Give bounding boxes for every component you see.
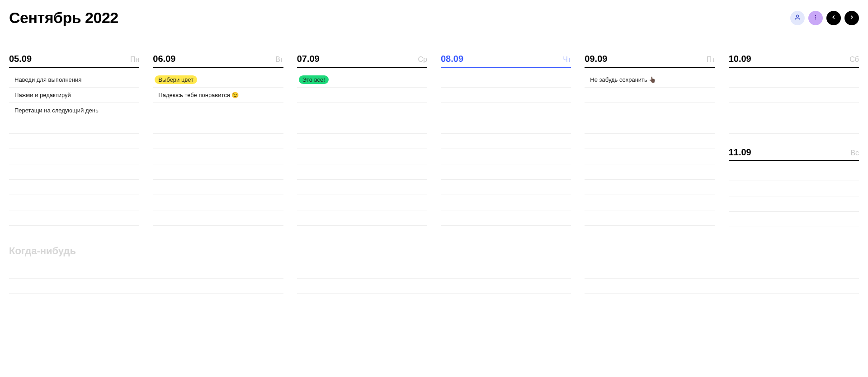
more-button[interactable] [808, 11, 823, 25]
task-slot[interactable] [729, 72, 859, 88]
task-text[interactable]: Не забудь сохранить 👆🏿 [586, 75, 660, 84]
task-slots [441, 72, 571, 226]
next-week-button[interactable] [844, 11, 859, 25]
task-slot[interactable] [585, 103, 715, 118]
task-slot[interactable] [729, 88, 859, 103]
task-slot[interactable] [585, 195, 715, 210]
task-slot[interactable] [297, 88, 427, 103]
chevron-left-icon [830, 14, 837, 22]
task-slot[interactable] [9, 195, 139, 210]
task-slot[interactable] [441, 149, 571, 164]
task-text[interactable]: Перетащи на следующий день [11, 106, 102, 115]
task-slot[interactable] [729, 118, 859, 134]
task-slot[interactable] [9, 134, 139, 149]
task-slot[interactable] [729, 166, 859, 181]
task-slot[interactable] [297, 134, 427, 149]
task-slot[interactable] [585, 180, 715, 195]
day-header: 07.09Ср [297, 54, 427, 68]
someday-slot[interactable] [297, 279, 571, 294]
task-slot[interactable]: Наведи для выполнения [9, 72, 139, 88]
day-of-week: Пн [130, 56, 139, 64]
task-slot[interactable] [297, 195, 427, 210]
task-slot[interactable]: Выбери цвет [153, 72, 283, 88]
someday-title: Когда-нибудь [9, 245, 859, 257]
someday-slot[interactable] [9, 294, 283, 309]
task-slot[interactable] [153, 164, 283, 180]
task-slot[interactable] [729, 181, 859, 196]
task-slot[interactable] [9, 164, 139, 180]
task-slot[interactable] [9, 149, 139, 164]
task-text[interactable]: Надеюсь тебе понравится 😉 [155, 91, 242, 99]
task-slot[interactable] [441, 134, 571, 149]
person-icon [794, 14, 801, 22]
prev-week-button[interactable] [826, 11, 841, 25]
someday-column [585, 263, 859, 309]
someday-slot[interactable] [9, 279, 283, 294]
task-text[interactable]: Выбери цвет [155, 75, 197, 84]
task-slot[interactable] [297, 164, 427, 180]
svg-point-2 [815, 17, 816, 18]
task-slot[interactable] [9, 210, 139, 226]
task-slot[interactable] [9, 118, 139, 134]
task-slot[interactable] [297, 118, 427, 134]
task-slot[interactable]: Не забудь сохранить 👆🏿 [585, 72, 715, 88]
day-date: 09.09 [585, 54, 607, 64]
task-slot[interactable] [9, 180, 139, 195]
task-slot[interactable] [585, 134, 715, 149]
day-of-week: Вт [275, 56, 283, 64]
task-slot[interactable] [153, 210, 283, 226]
task-slot[interactable] [297, 180, 427, 195]
task-slot[interactable] [153, 134, 283, 149]
task-slot[interactable] [585, 210, 715, 226]
someday-slot[interactable] [585, 294, 859, 309]
task-slot[interactable] [585, 118, 715, 134]
header-actions [790, 11, 859, 25]
task-slot[interactable] [153, 118, 283, 134]
someday-slot[interactable] [585, 279, 859, 294]
task-slot[interactable] [441, 118, 571, 134]
task-slot[interactable] [153, 149, 283, 164]
someday-slot[interactable] [585, 263, 859, 279]
task-slot[interactable] [441, 210, 571, 226]
task-slot[interactable] [153, 195, 283, 210]
task-slot[interactable] [585, 149, 715, 164]
task-slot[interactable] [297, 149, 427, 164]
day-of-week: Пт [707, 56, 715, 64]
task-slot[interactable] [153, 103, 283, 118]
task-slot[interactable] [729, 212, 859, 227]
someday-slot[interactable] [297, 294, 571, 309]
task-slot[interactable]: Нажми и редактируй [9, 88, 139, 103]
task-text[interactable]: Наведи для выполнения [11, 75, 85, 84]
task-slot[interactable]: Надеюсь тебе понравится 😉 [153, 88, 283, 103]
task-slots: Наведи для выполненияНажми и редактируйП… [9, 72, 139, 226]
task-slot[interactable] [585, 88, 715, 103]
day-header: 05.09Пн [9, 54, 139, 68]
task-text[interactable]: Это все! [299, 75, 329, 84]
task-text[interactable]: Нажми и редактируй [11, 91, 75, 99]
task-slots: Не забудь сохранить 👆🏿 [585, 72, 715, 226]
profile-button[interactable] [790, 11, 805, 25]
task-slot[interactable] [729, 103, 859, 118]
task-slot[interactable] [297, 103, 427, 118]
someday-grid [9, 263, 859, 309]
task-slot[interactable] [297, 210, 427, 226]
someday-column [9, 263, 283, 309]
chevron-right-icon [849, 14, 855, 22]
task-slot[interactable]: Перетащи на следующий день [9, 103, 139, 118]
task-slot[interactable] [153, 180, 283, 195]
header: Сентябрь 2022 [9, 9, 859, 27]
task-slots: Выбери цветНадеюсь тебе понравится 😉 [153, 72, 283, 226]
task-slot[interactable] [441, 72, 571, 88]
task-slot[interactable] [441, 195, 571, 210]
weekend-column: 10.09Сб11.09Вс [729, 54, 859, 227]
task-slot[interactable] [585, 164, 715, 180]
task-slot[interactable] [441, 103, 571, 118]
task-slot[interactable] [441, 164, 571, 180]
task-slot[interactable] [441, 88, 571, 103]
someday-column [297, 263, 571, 309]
someday-slot[interactable] [297, 263, 571, 279]
someday-slot[interactable] [9, 263, 283, 279]
task-slot[interactable] [441, 180, 571, 195]
task-slot[interactable]: Это все! [297, 72, 427, 88]
task-slot[interactable] [729, 196, 859, 212]
